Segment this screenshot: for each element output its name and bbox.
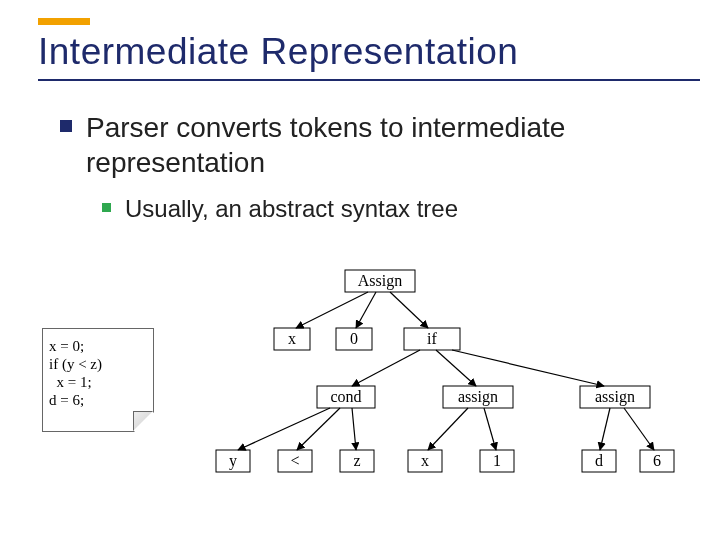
- tree-edge: [452, 350, 604, 386]
- square-bullet-icon: [102, 203, 111, 212]
- node-label: x: [421, 452, 429, 469]
- node-label: Assign: [358, 272, 402, 290]
- bullet-text-1a: Usually, an abstract syntax tree: [125, 194, 458, 224]
- tree-edge: [436, 350, 476, 386]
- node-label: x: [288, 330, 296, 347]
- tree-edge: [600, 408, 610, 450]
- node-label: y: [229, 452, 237, 470]
- node-label: z: [353, 452, 360, 469]
- tree-edge: [390, 292, 428, 328]
- node-label: assign: [595, 388, 635, 406]
- bullet-text-1: Parser converts tokens to intermediate r…: [86, 110, 690, 180]
- tree-edge: [352, 350, 420, 386]
- node-label: <: [290, 452, 299, 469]
- node-label: d: [595, 452, 603, 469]
- node-label: cond: [330, 388, 361, 405]
- tree-edge: [352, 408, 356, 450]
- code-line: x = 1;: [49, 373, 147, 391]
- title-bar: Intermediate Representation: [38, 18, 700, 81]
- tree-edge: [624, 408, 654, 450]
- title-underline: [38, 79, 700, 81]
- tree-edge: [356, 292, 376, 328]
- node-label: assign: [458, 388, 498, 406]
- tree-edge: [238, 408, 330, 450]
- page-fold-icon: [133, 411, 153, 431]
- node-label: 1: [493, 452, 501, 469]
- code-line: d = 6;: [49, 391, 147, 409]
- tree-edge: [297, 408, 340, 450]
- node-label: 6: [653, 452, 661, 469]
- code-line: if (y < z): [49, 355, 147, 373]
- tree-edge: [428, 408, 468, 450]
- bullet-level2: Usually, an abstract syntax tree: [102, 194, 690, 224]
- slide-body: Parser converts tokens to intermediate r…: [60, 110, 690, 224]
- tree-edge: [296, 292, 368, 328]
- code-line: x = 0;: [49, 337, 147, 355]
- title-accent: [38, 18, 90, 25]
- slide-title: Intermediate Representation: [38, 31, 700, 73]
- bullet-level1: Parser converts tokens to intermediate r…: [60, 110, 690, 180]
- tree-edge: [484, 408, 496, 450]
- code-snippet-note: x = 0; if (y < z) x = 1; d = 6;: [42, 328, 154, 432]
- syntax-tree-diagram: Assign x 0 if cond assign assign y < z x…: [180, 268, 700, 518]
- node-label: if: [427, 330, 437, 347]
- node-label: 0: [350, 330, 358, 347]
- square-bullet-icon: [60, 120, 72, 132]
